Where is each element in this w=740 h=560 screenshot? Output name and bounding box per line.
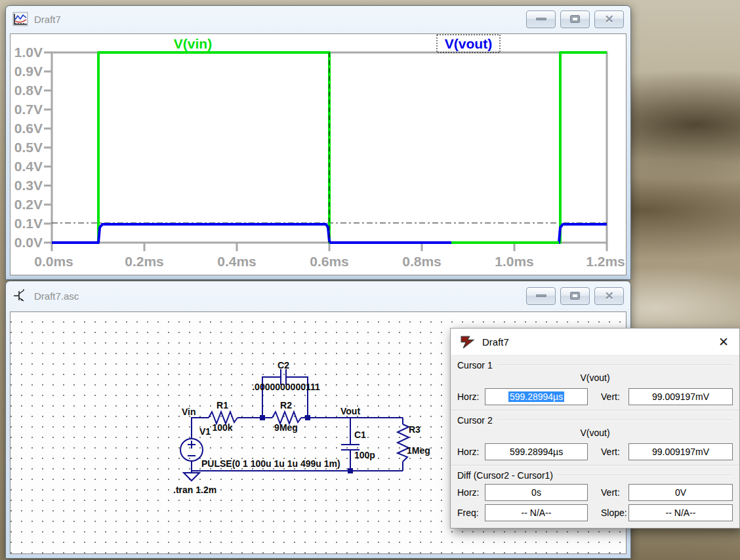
- tran-directive[interactable]: .tran 1.2m: [173, 485, 216, 495]
- schematic-window-title: Draft7.asc: [34, 290, 79, 302]
- cursor2-horz-field[interactable]: 599.28994µs: [485, 443, 588, 460]
- close-icon: ✕: [604, 290, 613, 302]
- capacitor-c1-body[interactable]: [341, 445, 360, 450]
- c1-name[interactable]: C1: [354, 430, 366, 440]
- trace-label-vout[interactable]: V(vout): [445, 36, 492, 51]
- cursor1-horz-value-selected: 599.28994µs: [508, 391, 564, 402]
- svg-text:0.5V: 0.5V: [14, 140, 43, 155]
- schematic-window-titlebar[interactable]: Draft7.asc ✕: [6, 281, 630, 310]
- section-separator: [451, 465, 739, 466]
- cursor1-horz-field[interactable]: 599.28994µs: [485, 388, 588, 405]
- cursor2-group-header: Cursor 2: [457, 414, 733, 426]
- cursor1-group-label: Cursor 1: [457, 360, 493, 370]
- cursor-dialog-titlebar[interactable]: Draft7 ✕: [451, 329, 739, 355]
- voltage-source-v1-body[interactable]: [180, 439, 203, 461]
- transistor-icon: [12, 289, 28, 303]
- svg-text:0.2ms: 0.2ms: [125, 254, 164, 269]
- svg-text:0.6ms: 0.6ms: [310, 254, 349, 269]
- close-icon[interactable]: ✕: [718, 336, 729, 348]
- close-icon: ✕: [604, 14, 613, 25]
- cursor2-horz-value: 599.28994µs: [510, 447, 563, 457]
- r3-value[interactable]: 1Meg: [407, 445, 430, 456]
- group-divider: [497, 420, 733, 421]
- cursor1-vert-field[interactable]: 99.009197mV: [628, 388, 733, 405]
- plot-pane[interactable]: 1.0V 0.9V 0.8V 0.7V 0.6V 0.5V 0.4V 0.3V …: [10, 33, 627, 275]
- cursor1-vert-value: 99.009197mV: [652, 391, 709, 402]
- c2-value[interactable]: .0000000000111: [252, 382, 320, 392]
- svg-text:0.6V: 0.6V: [14, 121, 43, 136]
- waveform-plot: 1.0V 0.9V 0.8V 0.7V 0.6V 0.5V 0.4V 0.3V …: [10, 34, 627, 276]
- maximize-icon: [571, 292, 579, 299]
- maximize-button[interactable]: [560, 287, 590, 305]
- ltspice-logo-icon: [459, 334, 476, 350]
- svg-text:0.0ms: 0.0ms: [34, 254, 73, 269]
- svg-text:0.3V: 0.3V: [14, 178, 43, 193]
- cursor2-horz-label: Horz:: [457, 447, 485, 457]
- trace-label-vin[interactable]: V(vin): [174, 36, 212, 51]
- resistor-r3-body[interactable]: [398, 424, 409, 462]
- svg-text:0.0V: 0.0V: [14, 235, 43, 250]
- waveform-window-title: Draft7: [34, 14, 61, 25]
- svg-text:1.2ms: 1.2ms: [586, 254, 625, 269]
- net-label-vout[interactable]: Vout: [340, 406, 360, 416]
- cursor2-vert-label: Vert:: [601, 447, 628, 457]
- c1-value[interactable]: 100p: [354, 450, 375, 460]
- close-button[interactable]: ✕: [594, 10, 624, 28]
- svg-text:0.4ms: 0.4ms: [217, 254, 257, 269]
- waveform-chart-icon: [12, 12, 28, 26]
- r2-name[interactable]: R2: [280, 400, 292, 410]
- cursor2-vert-field[interactable]: 99.009197mV: [628, 443, 733, 460]
- svg-text:0.9V: 0.9V: [14, 64, 43, 79]
- diff-group-label: Diff (Cursor2 - Cursor1): [457, 470, 553, 481]
- v1-value[interactable]: PULSE(0 1 100u 1u 1u 499u 1m): [201, 458, 340, 469]
- waveform-window: Draft7 ✕ 1.0V 0.9V 0.8V: [5, 5, 631, 280]
- svg-text:0.4V: 0.4V: [14, 159, 43, 174]
- group-divider: [497, 365, 733, 366]
- diff-slope-value: -- N/A--: [666, 508, 696, 518]
- waveform-window-titlebar[interactable]: Draft7 ✕: [6, 6, 630, 32]
- minimize-icon: [536, 18, 546, 20]
- svg-text:0.1V: 0.1V: [14, 216, 43, 231]
- r1-name[interactable]: R1: [216, 400, 228, 410]
- diff-horz-label: Horz:: [457, 487, 485, 498]
- ground-symbol[interactable]: [184, 471, 199, 481]
- net-label-vin[interactable]: Vin: [182, 407, 196, 417]
- cursor1-trace-name: V(vout): [457, 372, 733, 385]
- maximize-icon: [571, 16, 579, 22]
- diff-freq-value: -- N/A--: [522, 508, 552, 518]
- r1-value[interactable]: 100k: [212, 422, 232, 433]
- cursor2-trace-name: V(vout): [457, 428, 733, 440]
- cursor-dialog: Draft7 ✕ Cursor 1 V(vout) Horz: 599.2899…: [450, 328, 740, 529]
- y-axis-ticks: [44, 52, 52, 243]
- group-divider: [558, 475, 733, 476]
- maximize-button[interactable]: [560, 10, 590, 28]
- diff-freq-field[interactable]: -- N/A--: [485, 504, 588, 521]
- minimize-button[interactable]: [526, 10, 556, 28]
- svg-text:1.0V: 1.0V: [14, 45, 43, 60]
- r2-value[interactable]: 9Meg: [274, 422, 298, 433]
- v1-name[interactable]: V1: [199, 426, 211, 437]
- diff-vert-field[interactable]: 0V: [628, 484, 733, 501]
- cursor2-vert-value: 99.009197mV: [652, 447, 709, 457]
- close-button[interactable]: ✕: [594, 287, 624, 305]
- minimize-button[interactable]: [526, 287, 556, 305]
- cursor-dialog-title: Draft7: [482, 336, 509, 348]
- diff-freq-label: Freq:: [457, 508, 485, 518]
- x-axis-labels: 0.0ms 0.2ms 0.4ms 0.6ms 0.8ms 1.0ms 1.2m…: [34, 254, 625, 269]
- cursor1-horz-label: Horz:: [457, 391, 485, 402]
- cursor1-vert-label: Vert:: [601, 391, 628, 402]
- y-axis-labels: 1.0V 0.9V 0.8V 0.7V 0.6V 0.5V 0.4V 0.3V …: [14, 45, 43, 250]
- diff-slope-label: Slope:: [601, 508, 628, 518]
- diff-horz-field[interactable]: 0s: [485, 484, 588, 501]
- svg-text:1.0ms: 1.0ms: [495, 254, 534, 269]
- diff-slope-field[interactable]: -- N/A--: [628, 504, 733, 521]
- diff-group-header: Diff (Cursor2 - Cursor1): [457, 470, 733, 481]
- cursor2-group-label: Cursor 2: [457, 415, 493, 426]
- r3-name[interactable]: R3: [409, 424, 421, 435]
- cursor1-group-header: Cursor 1: [457, 359, 733, 370]
- svg-text:0.8V: 0.8V: [14, 83, 43, 98]
- diff-horz-value: 0s: [531, 487, 541, 498]
- svg-text:0.8ms: 0.8ms: [402, 254, 442, 269]
- c2-name[interactable]: C2: [278, 360, 289, 370]
- diff-vert-value: 0V: [675, 487, 686, 498]
